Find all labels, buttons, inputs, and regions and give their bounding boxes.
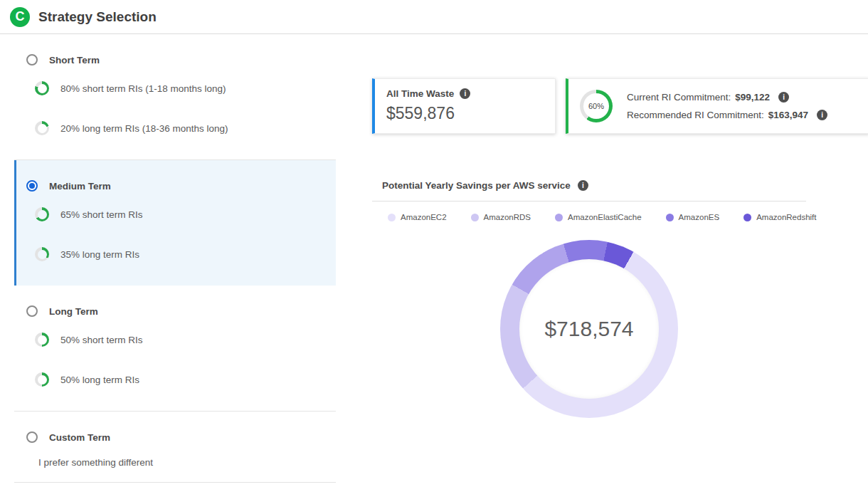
radio-checked-icon[interactable]: [26, 180, 38, 192]
savings-total-value: $718,574: [544, 317, 633, 341]
ri-split-row: 20% long term RIs (18-36 months long): [16, 108, 336, 148]
radio-unchecked-icon[interactable]: [26, 305, 38, 317]
ri-commitment-card: 60% Current RI Commitment: $99,122 Recom…: [566, 78, 868, 134]
strategy-selection-list: Short Term 80% short term RIs (1-18 mont…: [0, 34, 336, 483]
recommended-ri-commitment-label: Recommended RI Commitment:: [627, 110, 764, 120]
recommended-ri-commitment-value: $163,947: [768, 110, 808, 120]
ri-split-row: 35% long term RIs: [16, 234, 336, 274]
app-logo-icon: C: [10, 7, 30, 27]
legend-label: AmazonRDS: [484, 213, 531, 221]
strategy-section-long-term: Long Term 50% short term RIs 50% long te…: [14, 286, 336, 412]
legend-label: AmazonEC2: [401, 213, 447, 221]
strategy-label: Long Term: [49, 306, 98, 317]
strategy-section-short-term: Short Term 80% short term RIs (1-18 mont…: [14, 34, 336, 160]
ri-split-ring-icon: [35, 372, 49, 387]
info-icon[interactable]: [460, 88, 470, 99]
info-icon[interactable]: [817, 110, 827, 120]
strategy-label: Short Term: [49, 55, 100, 66]
ri-split-label: 50% short term RIs: [60, 335, 143, 345]
legend-item[interactable]: AmazonElastiCache: [555, 213, 642, 221]
info-icon[interactable]: [578, 180, 588, 191]
radio-unchecked-icon[interactable]: [26, 431, 38, 443]
ri-split-ring-icon: [35, 207, 49, 221]
all-time-waste-card: All Time Waste $559,876: [372, 78, 556, 134]
current-ri-commitment-row: Current RI Commitment: $99,122: [627, 92, 827, 103]
ri-split-label: 35% long term RIs: [60, 249, 139, 260]
legend-item[interactable]: AmazonEC2: [388, 213, 447, 221]
ri-split-ring-icon: [35, 247, 49, 261]
ri-split-row: 50% short term RIs: [16, 320, 336, 360]
ri-split-ring-icon: [35, 81, 49, 95]
all-time-waste-value: $559,876: [386, 104, 544, 123]
ri-split-ring-icon: [35, 121, 49, 135]
all-time-waste-title: All Time Waste: [386, 88, 454, 99]
legend-item[interactable]: AmazonRedshift: [743, 213, 816, 221]
ri-split-row: 65% short term RIs: [16, 194, 336, 234]
radio-unchecked-icon[interactable]: [26, 54, 38, 66]
savings-donut-chart[interactable]: $718,574: [500, 240, 678, 418]
ri-split-label: 50% long term RIs: [60, 375, 139, 385]
ri-split-row: 80% short term RIs (1-18 months long): [16, 68, 336, 108]
legend-dot: [471, 214, 479, 221]
legend-dot: [388, 214, 396, 221]
chart-legend: AmazonEC2 AmazonRDS AmazonElastiCache Am…: [388, 213, 806, 221]
page-title: Strategy Selection: [38, 9, 157, 25]
legend-label: AmazonES: [679, 213, 720, 221]
ri-split-label: 80% short term RIs (1-18 months long): [60, 83, 226, 94]
custom-term-description: I prefer something different: [38, 457, 336, 468]
strategy-option-medium-term[interactable]: Medium Term: [16, 177, 336, 194]
strategy-option-short-term[interactable]: Short Term: [16, 51, 336, 68]
recommended-ri-commitment-row: Recommended RI Commitment: $163,947: [627, 110, 827, 120]
strategy-option-long-term[interactable]: Long Term: [16, 303, 336, 320]
legend-item[interactable]: AmazonRDS: [471, 213, 531, 221]
legend-dot: [666, 214, 674, 221]
legend-dot: [743, 214, 751, 221]
legend-dot: [555, 214, 563, 221]
strategy-label: Medium Term: [49, 181, 111, 192]
info-icon[interactable]: [778, 92, 789, 103]
savings-chart-panel: Potential Yearly Savings per AWS service…: [372, 174, 806, 418]
commitment-gauge: 60%: [580, 90, 613, 122]
strategy-section-medium-term: Medium Term 65% short term RIs 35% long …: [14, 160, 336, 286]
current-ri-commitment-value: $99,122: [735, 92, 770, 103]
current-ri-commitment-label: Current RI Commitment:: [627, 92, 731, 103]
ri-split-label: 20% long term RIs (18-36 months long): [60, 123, 228, 134]
commitment-gauge-label: 60%: [588, 102, 604, 110]
ri-split-ring-icon: [35, 333, 49, 347]
strategy-label: Custom Term: [49, 432, 110, 443]
ri-split-row: 50% long term RIs: [16, 360, 336, 399]
app-header: C Strategy Selection: [0, 0, 868, 34]
legend-label: AmazonElastiCache: [568, 213, 642, 221]
legend-label: AmazonRedshift: [756, 213, 816, 221]
ri-split-label: 65% short term RIs: [60, 209, 143, 220]
legend-item[interactable]: AmazonES: [666, 213, 720, 221]
strategy-option-custom-term[interactable]: Custom Term: [16, 429, 336, 446]
savings-chart-title: Potential Yearly Savings per AWS service: [382, 180, 571, 191]
strategy-section-custom-term: Custom Term I prefer something different: [14, 412, 336, 483]
